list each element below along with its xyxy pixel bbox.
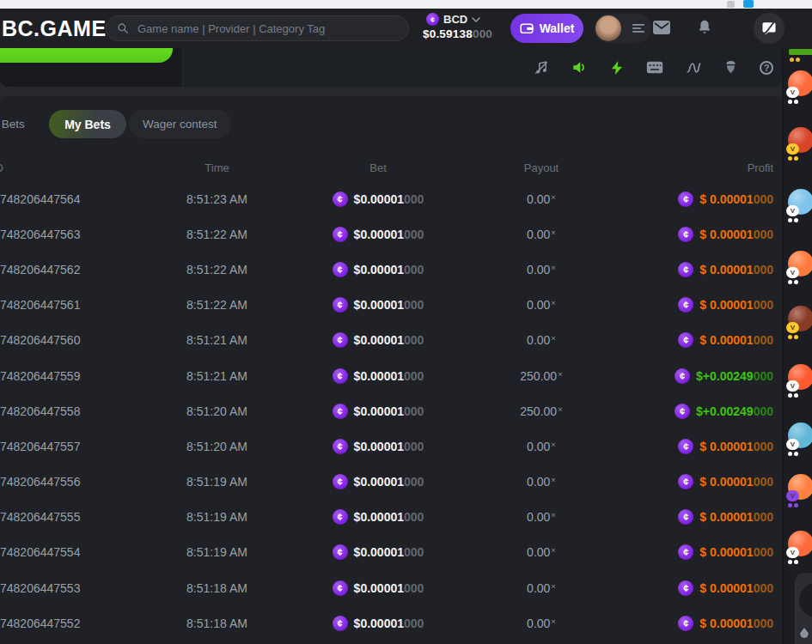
chat-footer-panel <box>795 573 812 644</box>
chat-message-avatar: V <box>788 306 812 337</box>
wallet-button[interactable]: Wallet <box>510 14 583 43</box>
table-row[interactable]: 748206447562 8:51:22 AM ¢ $0.00001000 0.… <box>0 252 782 287</box>
chat-toggle-button[interactable] <box>754 13 785 44</box>
bets-section: All Bets My Bets Wager contest ID Time B… <box>0 96 782 644</box>
table-row[interactable]: 748206447556 8:51:19 AM ¢ $0.00001000 0.… <box>0 465 782 500</box>
bcd-coin-icon: ¢ <box>678 262 693 277</box>
bcd-coin-icon: ¢ <box>678 191 693 207</box>
bet-payout: 250.00× <box>520 369 562 383</box>
bet-time: 8:51:20 AM <box>186 404 247 418</box>
bet-amount: ¢ $0.00001000 <box>333 544 424 560</box>
site-logo[interactable]: BC.GAME <box>2 16 107 41</box>
music-off-icon[interactable] <box>534 60 549 76</box>
game-panel: ? <box>0 48 782 87</box>
medal-dots <box>788 452 798 456</box>
chat-panel-edge: V V V V V V <box>782 48 812 644</box>
table-row[interactable]: 748206447560 8:51:21 AM ¢ $0.00001000 0.… <box>0 323 782 358</box>
bcd-coin-icon: ¢ <box>678 439 693 454</box>
bet-amount: ¢ $0.00001000 <box>333 332 424 348</box>
table-row[interactable]: 748206447564 8:51:23 AM ¢ $0.00001000 0.… <box>0 181 782 216</box>
bcd-coin-icon: ¢ <box>333 474 348 489</box>
rain-icon <box>800 628 809 638</box>
chat-message-avatar: V <box>788 474 812 505</box>
bet-profit: ¢ $ 0.00001000 <box>678 332 782 348</box>
bet-time: 8:51:20 AM <box>186 440 247 453</box>
bet-amount: ¢ $0.00001000 <box>333 474 424 489</box>
browser-extension-icon[interactable] <box>727 1 735 8</box>
bet-profit: ¢ $+0.00249000 <box>675 368 782 384</box>
chat-message-avatar: V <box>788 70 812 101</box>
sound-icon[interactable] <box>571 59 588 76</box>
bet-time: 8:51:23 AM <box>186 192 247 206</box>
bet-amount: ¢ $0.00001000 <box>333 616 424 631</box>
chat-bubble-slash-icon <box>761 21 777 36</box>
vip-badge: V <box>786 143 799 155</box>
chat-medal-dots <box>790 58 800 62</box>
bet-id: 748206447554 <box>0 545 137 559</box>
bet-id: 748206447559 <box>0 369 137 383</box>
bet-profit: ¢ $ 0.00001000 <box>678 544 782 560</box>
table-row[interactable]: 748206447557 8:51:20 AM ¢ $0.00001000 0.… <box>0 428 782 464</box>
bet-payout: 0.00× <box>527 545 556 559</box>
table-row[interactable]: 748206447553 8:51:18 AM ¢ $0.00001000 0.… <box>0 570 782 605</box>
bets-tabs: All Bets My Bets Wager contest <box>0 110 782 138</box>
bet-time: 8:51:22 AM <box>186 263 247 276</box>
bcd-coin-icon: ¢ <box>678 544 693 560</box>
bet-time: 8:51:21 AM <box>186 333 247 347</box>
chat-footer-button[interactable] <box>799 583 812 617</box>
tab-my-bets[interactable]: My Bets <box>49 110 126 138</box>
extension-badge[interactable] <box>743 0 754 8</box>
hotkeys-keyboard-icon[interactable] <box>646 61 663 74</box>
bet-time: 8:51:22 AM <box>186 298 247 312</box>
game-progress-bar <box>0 48 173 63</box>
column-header-time: Time <box>205 161 229 174</box>
bet-payout: 0.00× <box>527 617 556 630</box>
bet-id: 748206447556 <box>0 475 137 489</box>
vip-badge: V <box>786 490 799 501</box>
search-input[interactable] <box>136 21 398 36</box>
column-header-id: ID <box>0 161 137 174</box>
trends-icon[interactable] <box>686 61 702 75</box>
bell-icon[interactable] <box>698 19 711 38</box>
chat-message-avatar: V <box>788 189 812 220</box>
medal-dots <box>788 560 798 564</box>
table-row[interactable]: 748206447552 8:51:18 AM ¢ $0.00001000 0.… <box>0 605 782 641</box>
tab-all-bets[interactable]: All Bets <box>0 110 25 138</box>
screen: BC.GAME ¢ BCD $0.59138000 Wallet <box>0 0 812 644</box>
menu-icon <box>632 24 644 33</box>
column-header-profit: Profit <box>748 161 782 174</box>
bcd-coin-icon: ¢ <box>426 13 439 26</box>
bet-profit: ¢ $ 0.00001000 <box>678 191 782 207</box>
table-row[interactable]: 748206447558 8:51:20 AM ¢ $0.00001000 25… <box>0 393 782 428</box>
tab-wager-contest[interactable]: Wager contest <box>129 110 231 138</box>
medal-dots <box>788 393 798 398</box>
bet-id: 748206447558 <box>0 404 137 418</box>
bet-profit: ¢ $ 0.00001000 <box>678 297 782 313</box>
table-row[interactable]: 748206447555 8:51:19 AM ¢ $0.00001000 0.… <box>0 500 782 535</box>
bet-amount: ¢ $0.00001000 <box>333 262 424 277</box>
bcd-coin-icon: ¢ <box>333 227 348 242</box>
turbo-lightning-icon[interactable] <box>610 60 624 76</box>
bet-time: 8:51:22 AM <box>186 228 247 241</box>
table-row[interactable]: 748206447554 8:51:19 AM ¢ $0.00001000 0.… <box>0 535 782 570</box>
balance-amount: $0.59138000 <box>423 27 509 40</box>
bet-payout: 0.00× <box>527 263 556 276</box>
bet-profit: ¢ $ 0.00001000 <box>678 616 782 631</box>
chevron-down-icon <box>472 17 480 22</box>
bcd-coin-icon: ¢ <box>333 368 348 384</box>
bet-payout: 0.00× <box>527 192 556 206</box>
bcd-coin-icon: ¢ <box>678 580 693 596</box>
bet-time: 8:51:18 AM <box>186 617 247 630</box>
table-row[interactable]: 748206447559 8:51:21 AM ¢ $0.00001000 25… <box>0 358 782 393</box>
bet-payout: 250.00× <box>520 404 562 418</box>
search-bar[interactable] <box>106 15 409 41</box>
help-icon[interactable]: ? <box>760 61 773 75</box>
bet-time: 8:51:21 AM <box>186 369 247 383</box>
profile-menu[interactable] <box>594 14 651 43</box>
seed-icon[interactable] <box>724 60 737 75</box>
mail-icon[interactable] <box>653 21 670 37</box>
currency-selector[interactable]: ¢ BCD $0.59138000 <box>423 13 509 40</box>
bet-amount: ¢ $0.00001000 <box>333 439 424 454</box>
table-row[interactable]: 748206447563 8:51:22 AM ¢ $0.00001000 0.… <box>0 216 782 252</box>
table-row[interactable]: 748206447561 8:51:22 AM ¢ $0.00001000 0.… <box>0 288 782 323</box>
